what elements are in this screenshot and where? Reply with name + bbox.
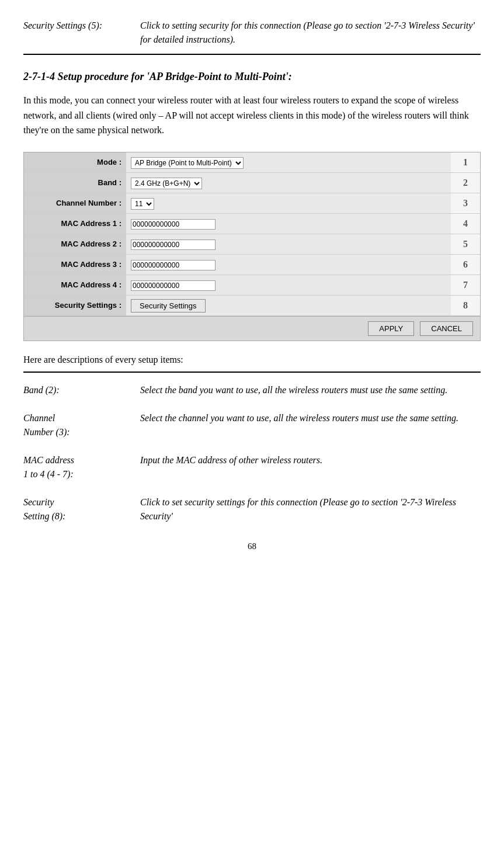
row-num-6: 6	[451, 254, 480, 275]
mac3-input-cell[interactable]	[126, 254, 451, 275]
desc-def-channel: Select the channel you want to use, all …	[140, 409, 481, 442]
mac3-label: MAC Address 3 :	[24, 254, 126, 275]
desc-def-mac: Input the MAC address of other wireless …	[140, 451, 481, 484]
desc-block-band: Band (2): Select the band you want to us…	[23, 381, 481, 400]
desc-table-channel: ChannelNumber (3): Select the channel yo…	[23, 409, 481, 442]
channel-input-cell[interactable]: 11	[126, 193, 451, 213]
channel-label: Channel Number :	[24, 193, 126, 213]
desc-term-channel: ChannelNumber (3):	[23, 409, 140, 442]
mac2-input-cell[interactable]	[126, 234, 451, 254]
ui-form: Mode : AP Bridge (Point to Multi-Point) …	[23, 152, 481, 341]
table-row: MAC Address 3 : 6	[24, 254, 480, 275]
intro-paragraph: In this mode, you can connect your wirel…	[23, 93, 481, 138]
mode-label: Mode :	[24, 152, 126, 173]
row-num-1: 1	[451, 152, 480, 173]
mac4-label: MAC Address 4 :	[24, 275, 126, 295]
row-num-7: 7	[451, 275, 480, 295]
setup-heading: 2-7-1-4 Setup procedure for 'AP Bridge-P…	[23, 69, 481, 85]
top-description: Click to setting security for this conne…	[140, 18, 481, 48]
mac4-input-cell[interactable]	[126, 275, 451, 295]
desc-table-band: Band (2): Select the band you want to us…	[23, 381, 481, 400]
band-select[interactable]: 2.4 GHz (B+G+N)	[131, 178, 202, 189]
top-section: Security Settings (5): Click to setting …	[23, 18, 481, 55]
desc-block-security: SecuritySetting (8): Click to set securi…	[23, 493, 481, 526]
divider	[23, 372, 481, 373]
desc-def-security: Click to set security settings for this …	[140, 493, 481, 526]
desc-block-channel: ChannelNumber (3): Select the channel yo…	[23, 409, 481, 442]
row-num-3: 3	[451, 193, 480, 213]
row-num-2: 2	[451, 172, 480, 193]
desc-intro: Here are descriptions of every setup ite…	[23, 353, 481, 367]
table-row: MAC Address 1 : 4	[24, 213, 480, 234]
desc-def-band: Select the band you want to use, all the…	[140, 381, 481, 400]
mac1-label: MAC Address 1 :	[24, 213, 126, 234]
table-row: MAC Address 2 : 5	[24, 234, 480, 254]
mode-input-cell[interactable]: AP Bridge (Point to Multi-Point)	[126, 152, 451, 173]
security-settings-label: Security Settings :	[24, 295, 126, 315]
page-number: 68	[23, 540, 481, 553]
channel-select[interactable]: 11	[131, 198, 154, 210]
mac2-input[interactable]	[131, 239, 215, 250]
mac2-label: MAC Address 2 :	[24, 234, 126, 254]
row-num-4: 4	[451, 213, 480, 234]
form-table: Mode : AP Bridge (Point to Multi-Point) …	[24, 152, 480, 316]
band-label: Band :	[24, 172, 126, 193]
table-row: Mode : AP Bridge (Point to Multi-Point) …	[24, 152, 480, 173]
descriptions-section: Here are descriptions of every setup ite…	[23, 353, 481, 526]
mac1-input[interactable]	[131, 219, 215, 230]
desc-term-mac: MAC address1 to 4 (4 - 7):	[23, 451, 140, 484]
security-settings-button[interactable]: Security Settings	[131, 299, 206, 313]
table-row: Security Settings : Security Settings 8	[24, 295, 480, 315]
mode-select[interactable]: AP Bridge (Point to Multi-Point)	[131, 157, 244, 169]
table-row: MAC Address 4 : 7	[24, 275, 480, 295]
top-label: Security Settings (5):	[23, 18, 140, 48]
row-num-8: 8	[451, 295, 480, 315]
desc-term-band: Band (2):	[23, 381, 140, 400]
desc-term-security: SecuritySetting (8):	[23, 493, 140, 526]
row-num-5: 5	[451, 234, 480, 254]
desc-table-mac: MAC address1 to 4 (4 - 7): Input the MAC…	[23, 451, 481, 484]
desc-table-security: SecuritySetting (8): Click to set securi…	[23, 493, 481, 526]
desc-block-mac: MAC address1 to 4 (4 - 7): Input the MAC…	[23, 451, 481, 484]
mac1-input-cell[interactable]	[126, 213, 451, 234]
band-input-cell[interactable]: 2.4 GHz (B+G+N)	[126, 172, 451, 193]
table-row: Channel Number : 11 3	[24, 193, 480, 213]
mac3-input[interactable]	[131, 260, 215, 270]
cancel-button[interactable]: CANCEL	[420, 321, 473, 336]
mac4-input[interactable]	[131, 280, 215, 291]
security-settings-cell[interactable]: Security Settings	[126, 295, 451, 315]
form-button-row: APPLY CANCEL	[24, 316, 480, 341]
table-row: Band : 2.4 GHz (B+G+N) 2	[24, 172, 480, 193]
apply-button[interactable]: APPLY	[368, 321, 414, 336]
